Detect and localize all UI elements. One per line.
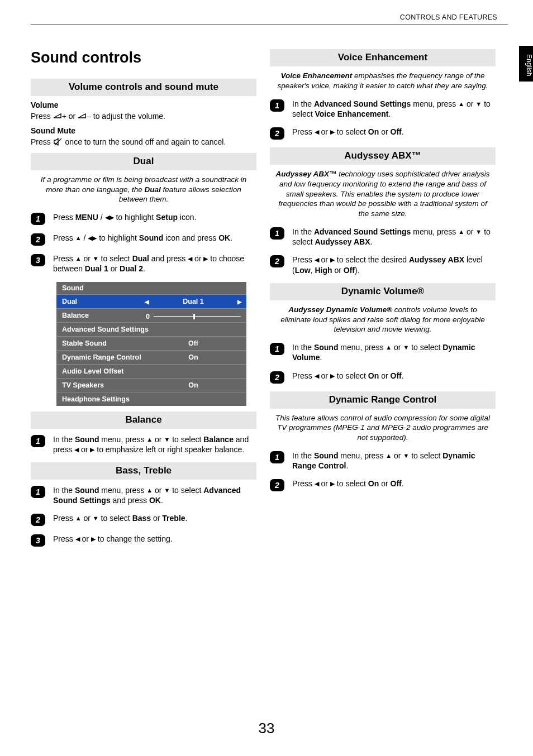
left-arrow-icon: ◀ xyxy=(74,447,79,453)
osd-row-dual: Dual ◀Dual 1▶ xyxy=(56,294,246,308)
osd-row-offset: Audio Level Offset xyxy=(56,364,246,378)
down-arrow-icon: ▼ xyxy=(475,229,482,235)
up-arrow-icon: ▲ xyxy=(386,344,392,351)
osd-row-balance: Balance 0 xyxy=(56,308,246,322)
right-arrow-icon: ▶ xyxy=(91,536,96,542)
up-arrow-icon: ▲ xyxy=(146,487,153,494)
dual-step-1: 1 Press MENU / ◀▶ to highlight Setup ico… xyxy=(31,212,256,225)
left-arrow-icon: ◀ xyxy=(315,373,319,379)
volume-label: Volume xyxy=(31,101,256,109)
running-head: CONTROLS AND FEATURES xyxy=(400,13,497,21)
mute-icon xyxy=(53,137,63,146)
up-arrow-icon: ▲ xyxy=(75,235,82,241)
step-badge-2: 2 xyxy=(270,255,284,267)
step-badge-2: 2 xyxy=(270,479,284,491)
right-column: Voice Enhancement Voice Enhancement emph… xyxy=(270,45,496,554)
osd-row-headphone: Headphone Settings xyxy=(56,392,246,406)
step-badge-3: 3 xyxy=(31,534,45,547)
up-arrow-icon: ▲ xyxy=(458,229,464,235)
balance-slider: 0 xyxy=(146,314,241,319)
step-badge-1: 1 xyxy=(270,99,284,112)
drc-intro: This feature allows control of audio com… xyxy=(273,413,492,443)
right-arrow-icon: ▶ xyxy=(90,447,94,453)
step-badge-1: 1 xyxy=(270,227,284,240)
volume-icon xyxy=(53,113,62,121)
subhead-abx: Audyssey ABX™ xyxy=(270,147,496,165)
dual-step-2: 2 Press ▲ / ◀▶ to highlight Sound icon a… xyxy=(31,233,256,246)
osd-title: Sound xyxy=(56,282,246,294)
abx-step-2: 2 Press ◀ or ▶ to select the desired Aud… xyxy=(270,255,496,275)
up-arrow-icon: ▲ xyxy=(75,256,82,262)
right-arrow-icon: ▶ xyxy=(92,235,97,241)
left-arrow-icon: ◀ xyxy=(145,299,149,305)
up-arrow-icon: ▲ xyxy=(458,101,464,107)
step-badge-1: 1 xyxy=(270,451,284,463)
up-arrow-icon: ▲ xyxy=(146,437,153,443)
right-arrow-icon: ▶ xyxy=(330,373,335,379)
left-arrow-icon: ◀ xyxy=(315,257,319,263)
balance-step-1: 1 In the Sound menu, press ▲ or ▼ to sel… xyxy=(31,434,256,454)
down-arrow-icon: ▼ xyxy=(164,437,170,443)
step-badge-1: 1 xyxy=(31,213,45,225)
up-arrow-icon: ▲ xyxy=(386,453,392,459)
left-arrow-icon: ◀ xyxy=(315,481,319,487)
subhead-dynvol: Dynamic Volume® xyxy=(270,283,496,300)
subhead-voice: Voice Enhancement xyxy=(270,49,496,66)
bass-step-2: 2 Press ▲ or ▼ to select Bass or Treble. xyxy=(31,513,256,526)
down-arrow-icon: ▼ xyxy=(93,256,99,262)
step-badge-1: 1 xyxy=(270,343,284,355)
voice-step-1: 1 In the Advanced Sound Settings menu, p… xyxy=(270,99,496,119)
left-arrow-icon: ◀ xyxy=(188,256,192,262)
mute-label: Sound Mute xyxy=(31,126,256,135)
step-badge-2: 2 xyxy=(270,371,284,384)
step-badge-2: 2 xyxy=(31,233,45,246)
subhead-dual: Dual xyxy=(31,153,256,170)
down-arrow-icon: ▼ xyxy=(403,453,409,459)
dynvol-step-1: 1 In the Sound menu, press ▲ or ▼ to sel… xyxy=(270,342,496,362)
subhead-balance: Balance xyxy=(31,412,256,429)
right-arrow-icon: ▶ xyxy=(110,214,114,221)
abx-intro: Audyssey ABX™ technology uses sophistica… xyxy=(273,169,492,219)
left-arrow-icon: ◀ xyxy=(315,129,319,135)
osd-row-drc: Dynamic Range Control On xyxy=(56,350,246,364)
abx-step-1: 1 In the Advanced Sound Settings menu, p… xyxy=(270,227,496,247)
down-arrow-icon: ▼ xyxy=(93,515,99,521)
step-badge-1: 1 xyxy=(31,435,45,447)
section-title: Sound controls xyxy=(31,49,256,66)
voice-step-2: 2 Press ◀ or ▶ to select On or Off. xyxy=(270,127,496,140)
top-rule xyxy=(31,25,508,25)
down-arrow-icon: ▼ xyxy=(475,101,482,107)
drc-step-2: 2 Press ◀ or ▶ to select On or Off. xyxy=(270,479,496,491)
subhead-bass: Bass, Treble xyxy=(31,462,256,480)
osd-row-stable: Stable Sound Off xyxy=(56,336,246,350)
subhead-volume: Volume controls and sound mute xyxy=(31,79,256,96)
right-arrow-icon: ▶ xyxy=(330,481,335,487)
right-arrow-icon: ▶ xyxy=(237,299,242,305)
dynvol-intro: Audyssey Dynamic Volume® controls volume… xyxy=(273,305,492,334)
dynvol-step-2: 2 Press ◀ or ▶ to select On or Off. xyxy=(270,371,496,384)
dual-step-3: 3 Press ▲ or ▼ to select Dual and press … xyxy=(31,253,256,274)
up-arrow-icon: ▲ xyxy=(75,515,82,521)
right-arrow-icon: ▶ xyxy=(330,257,335,263)
osd-row-tvspeakers: TV Speakers On xyxy=(56,378,246,392)
down-arrow-icon: ▼ xyxy=(164,487,170,494)
right-arrow-icon: ▶ xyxy=(330,129,335,135)
step-badge-2: 2 xyxy=(31,514,45,526)
volume-icon xyxy=(78,113,87,121)
right-arrow-icon: ▶ xyxy=(203,256,208,262)
bass-step-1: 1 In the Sound menu, press ▲ or ▼ to sel… xyxy=(31,485,256,505)
bass-step-3: 3 Press ◀ or ▶ to change the setting. xyxy=(31,534,256,547)
subhead-drc: Dynamic Range Control xyxy=(270,391,496,409)
step-badge-3: 3 xyxy=(31,254,45,266)
sound-menu-osd: Sound Dual ◀Dual 1▶ Balance 0 Advanced S… xyxy=(56,282,246,406)
volume-text: Press + or – to adjust the volume. xyxy=(31,112,256,122)
osd-row-advanced: Advanced Sound Settings xyxy=(56,322,246,336)
page-number: 33 xyxy=(0,720,533,737)
dual-intro: If a programme or film is being broadcas… xyxy=(34,175,253,204)
left-column: Sound controls Volume controls and sound… xyxy=(31,45,256,554)
voice-intro: Voice Enhancement emphasises the frequen… xyxy=(273,71,492,91)
drc-step-1: 1 In the Sound menu, press ▲ or ▼ to sel… xyxy=(270,451,496,471)
left-arrow-icon: ◀ xyxy=(105,214,110,221)
mute-text: Press once to turn the sound off and aga… xyxy=(31,137,256,147)
left-arrow-icon: ◀ xyxy=(75,536,80,542)
